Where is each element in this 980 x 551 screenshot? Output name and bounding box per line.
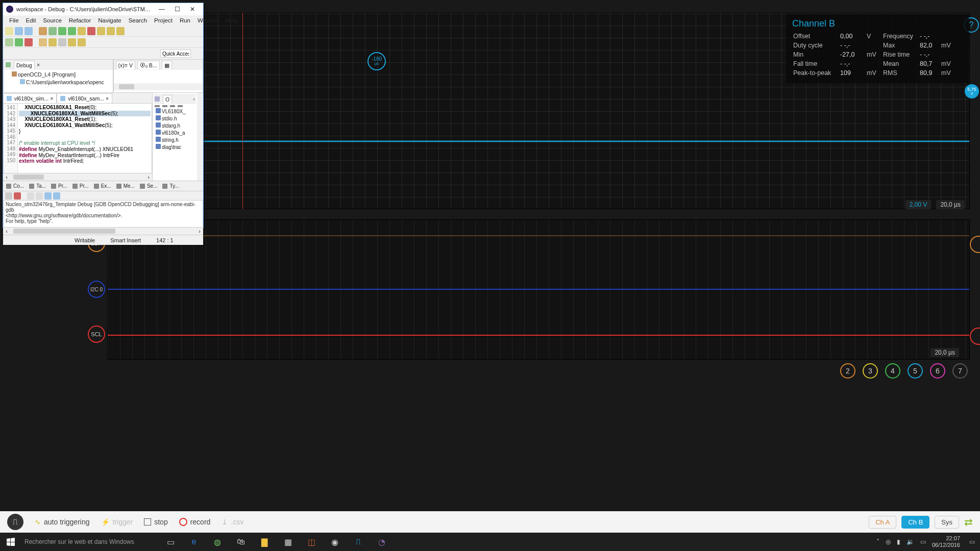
chrome-icon[interactable]: ◉: [324, 533, 346, 551]
console-scroll-thumb[interactable]: [13, 229, 115, 234]
sys-button[interactable]: Sys: [935, 516, 959, 529]
scroll-right-icon[interactable]: ›: [196, 228, 203, 234]
outline-item[interactable]: vl6180x_a: [155, 129, 195, 136]
vars-tab[interactable]: (x)= V: [116, 61, 135, 69]
debug-tree[interactable]: openOCD_L4 [Program] C:\Users\julien\wor…: [4, 70, 113, 87]
outline-item[interactable]: diag\trac: [155, 143, 195, 151]
scrollbar-thumb[interactable]: [119, 84, 134, 89]
outline-tool-icon[interactable]: [155, 105, 160, 107]
bottom-tab[interactable]: Pr...: [49, 182, 69, 190]
menu-edit[interactable]: Edit: [23, 16, 39, 24]
ext-tools-icon[interactable]: [24, 38, 33, 46]
console-remove-icon[interactable]: [14, 192, 21, 199]
scroll-left-icon[interactable]: ‹: [3, 228, 10, 234]
channel-5-button[interactable]: 5: [908, 363, 923, 379]
editor-tab[interactable]: vl6180x_sam... ×: [57, 93, 112, 103]
scroll-right-icon[interactable]: ›: [145, 174, 152, 180]
clock[interactable]: 22:07 06/12/2016: [932, 535, 963, 548]
run-config-icon[interactable]: [15, 38, 23, 46]
outline-item[interactable]: stdarg.h: [155, 122, 195, 129]
channel-6-button[interactable]: 6: [930, 363, 945, 379]
app-icon[interactable]: ◫: [300, 533, 323, 551]
vars-tab[interactable]: ⦿₀ B...: [137, 61, 160, 69]
eclipse-taskbar-icon[interactable]: ◔: [371, 533, 393, 551]
tab-close-icon[interactable]: ×: [37, 62, 40, 68]
trigger-button[interactable]: ⚡trigger: [101, 518, 133, 526]
channel-b-button[interactable]: Ch B: [901, 516, 929, 529]
console-clear-icon[interactable]: [5, 192, 12, 199]
outline-tool-icon[interactable]: [178, 105, 183, 107]
menu-window[interactable]: Window: [194, 16, 222, 24]
resume-icon[interactable]: [68, 27, 76, 35]
outline-item[interactable]: stdio.h: [155, 115, 195, 122]
console-display-icon[interactable]: [44, 192, 52, 199]
editor-scroll-thumb[interactable]: [13, 174, 44, 180]
volts-per-div[interactable]: 2,00 V: [905, 200, 932, 209]
bottom-tab[interactable]: Ty...: [160, 182, 181, 190]
nav-fwd-icon[interactable]: [78, 38, 86, 46]
console-output[interactable]: Nucleo_stm32l476rg_Template Debug [GDB O…: [3, 200, 203, 228]
bottom-tab[interactable]: Se...: [138, 182, 160, 190]
save-all-icon[interactable]: [24, 27, 33, 35]
console-pin-icon[interactable]: [27, 192, 34, 199]
console-open-icon[interactable]: [53, 192, 60, 199]
step-return-icon[interactable]: [116, 27, 125, 35]
edge-icon[interactable]: e: [183, 533, 205, 551]
stop-button[interactable]: stop: [144, 518, 167, 526]
sda-handle[interactable]: [970, 236, 980, 253]
menu-run[interactable]: Run: [177, 16, 193, 24]
outline-item[interactable]: VL6180X_: [155, 108, 195, 115]
toggle-mark-icon[interactable]: [58, 38, 66, 46]
start-button[interactable]: [0, 533, 21, 551]
outline-tool-icon[interactable]: [162, 105, 167, 107]
channel-2-button[interactable]: 2: [840, 363, 855, 379]
maximize-button[interactable]: ☐: [169, 4, 185, 14]
menu-help[interactable]: Help: [223, 16, 241, 24]
explorer-icon[interactable]: ▇: [253, 533, 276, 551]
volume-icon[interactable]: 🔉: [906, 538, 914, 545]
time-per-div-bottom[interactable]: 20,0 µs: [930, 348, 959, 357]
open-type-icon[interactable]: [39, 38, 47, 46]
build-icon[interactable]: [39, 27, 47, 35]
menu-source[interactable]: Source: [40, 16, 64, 24]
code-editor[interactable]: XNUCLEO6180XA1_Reset(0); XNUCLEO6180XA1_…: [18, 104, 152, 173]
bottom-tab[interactable]: Ex...: [92, 182, 113, 190]
pause-icon[interactable]: [78, 27, 86, 35]
step-over-icon[interactable]: [107, 27, 115, 35]
editor-tab[interactable]: vl6180x_sim... ×: [3, 93, 57, 103]
bottom-tab[interactable]: Pr...: [70, 182, 91, 190]
notifications-icon[interactable]: ▭: [969, 538, 975, 545]
scl-handle[interactable]: [970, 328, 980, 345]
close-button[interactable]: ✕: [185, 4, 200, 14]
channel-4-button[interactable]: 4: [885, 363, 900, 379]
new-icon[interactable]: [5, 27, 13, 35]
debug-icon[interactable]: [48, 27, 57, 35]
console-scroll-lock-icon[interactable]: [36, 192, 43, 199]
app-logo-icon[interactable]: ⎍: [7, 514, 23, 530]
channel-3-button[interactable]: 3: [863, 363, 878, 379]
store-icon[interactable]: 🛍: [230, 533, 252, 551]
run-icon[interactable]: [58, 27, 66, 35]
level-marker[interactable]: 5,75 V: [965, 84, 979, 98]
search-tool-icon[interactable]: [48, 38, 57, 46]
cortana-icon[interactable]: ◍: [206, 533, 229, 551]
outline-tab[interactable]: O: [163, 95, 172, 104]
outline-item[interactable]: string.h: [155, 136, 195, 143]
scl-label[interactable]: SCL: [88, 325, 105, 343]
menu-navigate[interactable]: Navigate: [95, 16, 124, 24]
titlebar[interactable]: workspace - Debug - C:\Users\julien\OneD…: [3, 3, 203, 15]
nav-back-icon[interactable]: [68, 38, 76, 46]
taskbar-search[interactable]: Rechercher sur le web et dans Windows: [21, 538, 149, 545]
csv-button[interactable]: ⤓.csv: [222, 518, 243, 526]
bottom-tab[interactable]: Co...: [4, 182, 26, 190]
network-icon[interactable]: ▮: [897, 538, 900, 545]
time-cursor[interactable]: [242, 13, 243, 209]
menu-search[interactable]: Search: [126, 16, 150, 24]
step-into-icon[interactable]: [97, 27, 105, 35]
outline-tool-icon[interactable]: [170, 105, 175, 107]
bottom-tab[interactable]: Me...: [114, 182, 137, 190]
location-icon[interactable]: ◎: [886, 538, 891, 545]
outline-min-icon[interactable]: ▫: [193, 96, 195, 102]
tray-expand-icon[interactable]: ˄: [876, 538, 879, 545]
bug-icon[interactable]: [5, 38, 13, 46]
